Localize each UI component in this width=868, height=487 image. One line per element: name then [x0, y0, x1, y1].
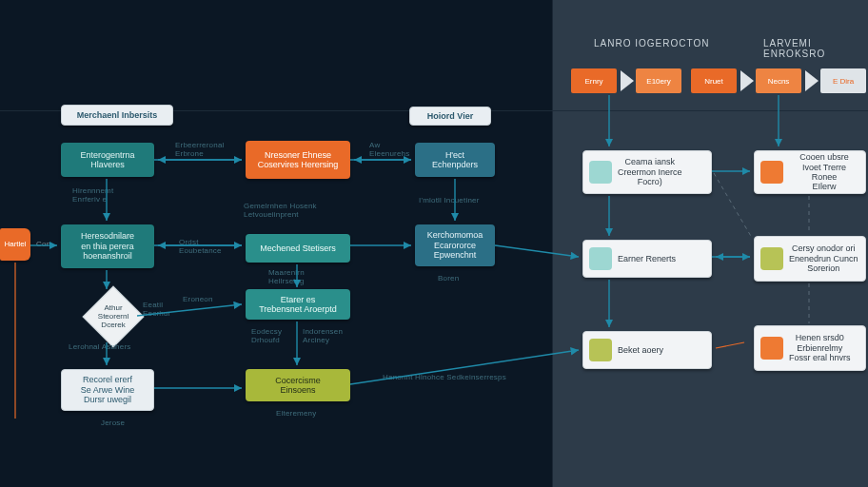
money-icon	[589, 339, 612, 361]
card-3[interactable]: Earner Renerts	[582, 240, 712, 278]
card-3-label: Earner Renerts	[618, 254, 676, 263]
edge-label: EeatilEecrhur	[143, 301, 170, 318]
alert-icon	[760, 337, 783, 360]
node-n6[interactable]: KerchomomoaEcarororceEpwenchnt	[415, 224, 495, 266]
step-4[interactable]: Necns	[756, 68, 801, 93]
doc-icon	[760, 161, 783, 184]
step-3[interactable]: Nruet	[691, 68, 737, 93]
chart-icon	[589, 247, 612, 270]
edge-label: ErbeerreronalErbrone	[175, 141, 225, 158]
left-header-2: Hoiord Vier	[409, 107, 491, 126]
card-6-label: Henen srsd0ErbienrelmyFossr eral hnvrs	[789, 333, 851, 362]
edge-label: Hanonnt Hlnohce Sedkeinserresps	[383, 373, 506, 381]
step-arrow-1	[621, 70, 634, 91]
start-node[interactable]: Hartlel	[0, 228, 30, 261]
decision-label: AthurSteorernlDcerek	[98, 304, 128, 329]
card-4[interactable]: Cersy onodor oriEnenedrun CuncnSorerion	[754, 236, 866, 282]
right-header-2: Larvemi Enroksro	[763, 38, 868, 59]
card-4-label: Cersy onodor oriEnenedrun CuncnSorerion	[789, 244, 858, 273]
edge-label: Boren	[438, 274, 459, 282]
node-n3[interactable]: H'ectEchenpders	[415, 143, 495, 177]
folder-icon	[760, 247, 783, 270]
edge-label: MaarenirnHellrseing	[268, 268, 305, 285]
node-n5[interactable]: Mechened Stetisers	[246, 234, 350, 263]
edge-label: EodecsyDrhoufd	[251, 327, 282, 344]
edge-label: Eroneon	[183, 295, 213, 303]
card-2[interactable]: Cooen ubsreIvoet Trerre RoneeEIlerw	[754, 150, 866, 194]
step-2[interactable]: E10ery	[636, 68, 681, 93]
edge-label: Con	[36, 240, 50, 248]
card-5-label: Beket aoery	[618, 345, 663, 355]
edge-label: Jerose	[101, 419, 125, 427]
card-5[interactable]: Beket aoery	[582, 331, 712, 369]
edge-label: OrdstEoubetance	[179, 238, 222, 255]
node-n1[interactable]: EnterogentrnaHlaveres	[61, 143, 154, 177]
step-arrow-2	[740, 70, 754, 91]
right-header-1: Lanro Iogerocton	[594, 38, 709, 49]
diagram-canvas: Lanro Iogerocton Larvemi Enroksro Ernry …	[0, 0, 868, 487]
node-n2[interactable]: Nresoner EhneseCoservires Herersing	[246, 141, 350, 179]
edge-label: HirennnemtEnrferiv e	[72, 186, 113, 204]
node-n9[interactable]: Recorel ererfSe Arwe WineDursr uwegil	[61, 369, 154, 411]
card-2-label: Cooen ubsreIvoet Trerre RoneeEIlerw	[789, 152, 859, 191]
decision-node[interactable]: AthurSteorernlDcerek	[82, 285, 144, 347]
left-header-1: Merchaenl Inbersits	[61, 105, 173, 126]
edge-label: IndorensenArciney	[303, 327, 343, 344]
step-5[interactable]: E Dira	[820, 68, 866, 93]
edge-label: Elteremeny	[276, 409, 316, 418]
card-1-label: Ceama ianskCreermon InerceFocro)	[618, 157, 682, 186]
edge-label: Gemelrnhen HosenkLetvoueiinprent	[244, 202, 317, 219]
step-1[interactable]: Ernry	[571, 68, 617, 93]
edge-label: I'mlotll Incuetiner	[419, 196, 480, 205]
node-n7[interactable]: Etarer esTrebensnet Aroerptd	[246, 289, 350, 320]
step-arrow-3	[805, 70, 819, 91]
node-n8[interactable]: CocercismeEinsoens	[246, 369, 350, 401]
edge-label: Lerohnal Asuhers	[69, 342, 130, 351]
card-1[interactable]: Ceama ianskCreermon InerceFocro)	[582, 150, 712, 194]
edge-label: AwEleenurehs	[369, 141, 409, 158]
node-n4[interactable]: Heresodnilareen thia pererahoenanshroil	[61, 224, 154, 268]
doc-icon	[589, 161, 612, 184]
card-6[interactable]: Henen srsd0ErbienrelmyFossr eral hnvrs	[754, 325, 866, 371]
